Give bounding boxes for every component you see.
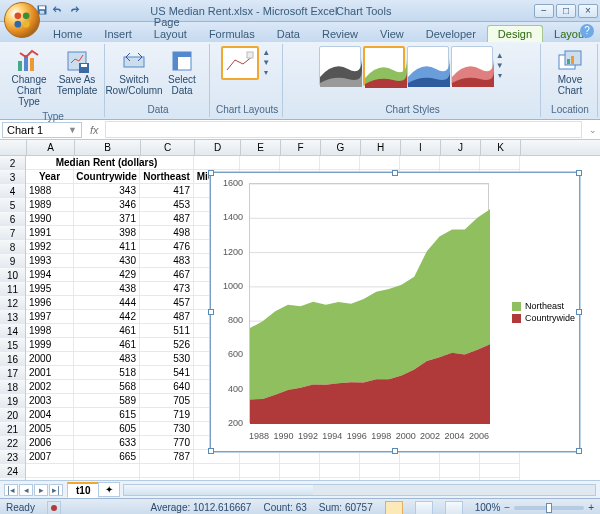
tab-nav-first[interactable]: |◂	[4, 484, 18, 496]
column-headers[interactable]: A B C D E F G H I J K	[0, 140, 600, 156]
worksheet-grid[interactable]: A B C D E F G H I J K 2Median Rent (doll…	[0, 140, 600, 480]
cell[interactable]: 430	[74, 254, 140, 268]
cell[interactable]: 411	[74, 240, 140, 254]
cell[interactable]: 719	[140, 408, 194, 422]
row-header[interactable]: 8	[0, 240, 26, 254]
cell[interactable]	[280, 478, 320, 480]
cell[interactable]: 1999	[26, 338, 74, 352]
cell[interactable]	[480, 464, 520, 478]
select-all-corner[interactable]	[0, 140, 27, 155]
cell[interactable]	[140, 478, 194, 480]
cell[interactable]	[194, 156, 240, 170]
row-header[interactable]: 13	[0, 310, 26, 324]
tab-review[interactable]: Review	[311, 25, 369, 42]
zoom-in-button[interactable]: +	[588, 502, 594, 513]
cell[interactable]: Countrywide	[74, 170, 140, 184]
row-header[interactable]: 6	[0, 212, 26, 226]
row-header[interactable]: 14	[0, 324, 26, 338]
cell[interactable]: 487	[140, 310, 194, 324]
cell[interactable]: 438	[74, 282, 140, 296]
col-header[interactable]: E	[241, 140, 281, 155]
cell[interactable]: 429	[74, 268, 140, 282]
cell[interactable]: 2003	[26, 394, 74, 408]
cell[interactable]: 526	[140, 338, 194, 352]
cell[interactable]: 568	[74, 380, 140, 394]
row-header[interactable]: 9	[0, 254, 26, 268]
row-header[interactable]: 11	[0, 282, 26, 296]
cell[interactable]	[320, 478, 360, 480]
cell[interactable]: 398	[74, 226, 140, 240]
cell[interactable]: 2002	[26, 380, 74, 394]
chart-style-3[interactable]	[407, 46, 449, 86]
cell[interactable]: Northeast	[140, 170, 194, 184]
qat-undo-icon[interactable]	[52, 4, 64, 18]
minimize-button[interactable]: −	[534, 4, 554, 18]
cell[interactable]: 1990	[26, 212, 74, 226]
cell[interactable]: 467	[140, 268, 194, 282]
cell[interactable]: 453	[140, 198, 194, 212]
tab-home[interactable]: Home	[42, 25, 93, 42]
row-header[interactable]: 21	[0, 422, 26, 436]
cell[interactable]: 530	[140, 352, 194, 366]
cell[interactable]: 371	[74, 212, 140, 226]
cell[interactable]	[400, 450, 440, 464]
col-header[interactable]: I	[401, 140, 441, 155]
cell[interactable]	[140, 464, 194, 478]
cell[interactable]: 346	[74, 198, 140, 212]
move-chart-button[interactable]: Move Chart	[547, 46, 593, 98]
tab-nav-prev[interactable]: ◂	[19, 484, 33, 496]
tab-developer[interactable]: Developer	[415, 25, 487, 42]
tab-insert[interactable]: Insert	[93, 25, 143, 42]
qat-redo-icon[interactable]	[68, 4, 80, 18]
cell[interactable]: 2007	[26, 450, 74, 464]
row-header[interactable]: 19	[0, 394, 26, 408]
cell[interactable]: 2004	[26, 408, 74, 422]
cell[interactable]	[240, 156, 280, 170]
cell[interactable]: 1998	[26, 324, 74, 338]
col-header[interactable]: A	[27, 140, 75, 155]
row-header[interactable]: 12	[0, 296, 26, 310]
col-header[interactable]: J	[441, 140, 481, 155]
cell[interactable]: 483	[140, 254, 194, 268]
cell[interactable]	[440, 478, 480, 480]
tab-data[interactable]: Data	[266, 25, 311, 42]
cell[interactable]: 640	[140, 380, 194, 394]
cell[interactable]: 1988	[26, 184, 74, 198]
cell[interactable]	[400, 464, 440, 478]
row-header[interactable]: 5	[0, 198, 26, 212]
cell[interactable]: 343	[74, 184, 140, 198]
embedded-chart[interactable]: 2004006008001000120014001600 19881990199…	[210, 172, 580, 452]
tab-nav-next[interactable]: ▸	[34, 484, 48, 496]
select-data-button[interactable]: Select Data	[159, 46, 205, 98]
cell[interactable]	[26, 464, 74, 478]
col-header[interactable]: C	[141, 140, 195, 155]
cell[interactable]: 473	[140, 282, 194, 296]
col-header[interactable]: B	[75, 140, 141, 155]
cell[interactable]: 483	[74, 352, 140, 366]
cell[interactable]	[360, 478, 400, 480]
chart-style-4[interactable]	[451, 46, 493, 86]
cell[interactable]: 1994	[26, 268, 74, 282]
row-header[interactable]: 4	[0, 184, 26, 198]
expand-formula-icon[interactable]: ⌄	[586, 125, 600, 135]
cell[interactable]: 730	[140, 422, 194, 436]
chart-style-2[interactable]	[363, 46, 405, 86]
close-button[interactable]: ×	[578, 4, 598, 18]
row-header[interactable]: 7	[0, 226, 26, 240]
formula-input[interactable]	[105, 121, 582, 138]
sheet-tab-new[interactable]: ✦	[98, 482, 120, 497]
cell[interactable]: 770	[140, 436, 194, 450]
horizontal-scrollbar[interactable]	[123, 484, 596, 496]
style-gallery-arrows[interactable]: ▲▼▾	[495, 51, 507, 81]
cell[interactable]: 1996	[26, 296, 74, 310]
cell[interactable]	[320, 450, 360, 464]
col-header[interactable]: H	[361, 140, 401, 155]
zoom-level[interactable]: 100%	[475, 502, 501, 513]
cell[interactable]: 442	[74, 310, 140, 324]
cell[interactable]	[360, 156, 400, 170]
col-header[interactable]: D	[195, 140, 241, 155]
cell[interactable]	[194, 450, 240, 464]
cell[interactable]: 1993	[26, 254, 74, 268]
cell[interactable]: 1991	[26, 226, 74, 240]
cell[interactable]	[360, 464, 400, 478]
